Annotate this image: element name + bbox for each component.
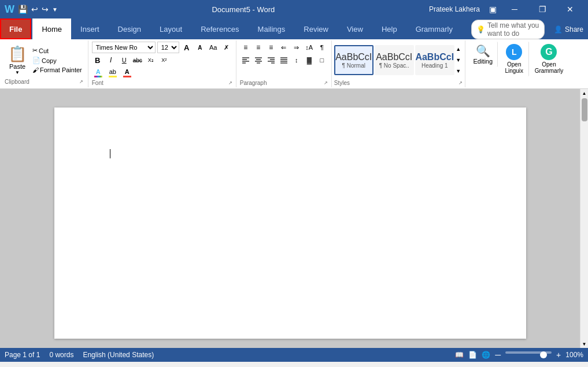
clear-formatting-button[interactable]: ✗ xyxy=(221,42,232,53)
italic-button[interactable]: I xyxy=(105,54,117,66)
align-right-button[interactable] xyxy=(265,54,277,66)
font-grow-button[interactable]: A xyxy=(181,42,193,53)
paste-button[interactable]: 📋 Paste ▼ xyxy=(5,43,30,77)
tab-view[interactable]: View xyxy=(338,18,372,39)
font-shrink-button[interactable]: A xyxy=(194,42,206,53)
scissors-icon: ✂ xyxy=(32,47,38,54)
style-no-spacing[interactable]: AaBbCcI ¶ No Spac.. xyxy=(375,45,414,75)
font-size-select[interactable]: 12 xyxy=(157,42,179,53)
grammarly-label: OpenGrammarly xyxy=(535,61,563,74)
read-mode-icon[interactable]: 📖 xyxy=(455,351,464,359)
quick-access-dropdown[interactable]: ▼ xyxy=(52,6,58,13)
bold-button[interactable]: B xyxy=(92,54,103,66)
format-painter-button[interactable]: 🖌 Format Painter xyxy=(31,66,83,74)
font-section: Times New Ro 12 A A Aa ✗ B I U abc X₂ X²… xyxy=(88,40,236,87)
extra-sections: 🔍 Editing L OpenLinguix G OpenGrammarly xyxy=(465,40,570,87)
document-page[interactable] xyxy=(54,107,526,339)
open-linguix-button[interactable]: L OpenLinguix xyxy=(500,42,529,76)
decrease-indent-button[interactable]: ⇐ xyxy=(278,42,290,53)
styles-section-label: Styles ↗ xyxy=(334,79,463,86)
style-normal-preview: AaBbCcI xyxy=(335,52,372,62)
text-cursor xyxy=(110,149,110,158)
style-normal-label: ¶ Normal xyxy=(342,62,365,69)
subscript-button[interactable]: X₂ xyxy=(145,54,157,66)
open-grammarly-button[interactable]: G OpenGrammarly xyxy=(531,42,567,76)
superscript-button[interactable]: X² xyxy=(158,54,170,66)
copy-button[interactable]: 📄 Copy xyxy=(31,56,83,65)
share-icon: 👤 xyxy=(554,25,563,34)
status-left: Page 1 of 1 0 words English (United Stat… xyxy=(5,351,154,359)
editing-button[interactable]: 🔍 Editing xyxy=(469,42,498,67)
line-spacing-button[interactable]: ↕ xyxy=(291,54,302,66)
paste-icon: 📋 xyxy=(8,45,27,63)
print-layout-icon[interactable]: 📄 xyxy=(468,351,477,359)
tab-insert[interactable]: Insert xyxy=(71,18,109,39)
web-layout-icon[interactable]: 🌐 xyxy=(482,351,490,359)
tab-file[interactable]: File xyxy=(0,18,31,39)
undo-button[interactable]: ↩ xyxy=(31,5,38,14)
scroll-down-button[interactable]: ▼ xyxy=(580,340,589,348)
styles-scroll-up[interactable]: ▲ xyxy=(454,44,463,54)
style-normal[interactable]: AaBbCcI ¶ Normal xyxy=(334,45,373,75)
tab-references[interactable]: References xyxy=(191,18,248,39)
change-case-button[interactable]: Aa xyxy=(208,42,219,53)
scrollbar-thumb[interactable] xyxy=(582,98,587,121)
zoom-in-icon[interactable]: + xyxy=(556,350,561,359)
paragraph-expand-icon[interactable]: ↗ xyxy=(324,80,328,86)
copy-label: Copy xyxy=(42,57,57,64)
text-effects-button[interactable]: A xyxy=(92,67,105,79)
copy-icon: 📄 xyxy=(32,57,40,64)
sort-button[interactable]: ↕A xyxy=(304,42,315,53)
highlight-color-button[interactable]: ab xyxy=(106,67,119,79)
font-name-select[interactable]: Times New Ro xyxy=(92,42,156,53)
shading-button[interactable]: ▓ xyxy=(304,54,315,66)
numbering-button[interactable]: ≡ xyxy=(253,42,264,53)
tell-me-input[interactable]: 💡 Tell me what you want to do xyxy=(471,20,545,39)
minimize-button[interactable]: ─ xyxy=(501,0,528,18)
underline-button[interactable]: U xyxy=(119,54,130,66)
close-button[interactable]: ✕ xyxy=(557,0,583,18)
vertical-scrollbar[interactable]: ▲ ▼ xyxy=(580,89,588,348)
align-left-button[interactable] xyxy=(240,54,252,66)
clipboard-expand-icon[interactable]: ↗ xyxy=(79,79,83,84)
share-button[interactable]: 👤 Share xyxy=(554,25,583,34)
clipboard-sub-buttons: ✂ Cut 📄 Copy 🖌 Format Painter xyxy=(31,43,83,77)
grammarly-icon: G xyxy=(541,44,557,60)
ribbon-tabs: File Home Insert Design Layout Reference… xyxy=(0,18,588,39)
borders-button[interactable]: □ xyxy=(316,54,328,66)
strikethrough-button[interactable]: abc xyxy=(132,54,143,66)
cut-button[interactable]: ✂ Cut xyxy=(31,46,83,55)
tab-help[interactable]: Help xyxy=(372,18,406,39)
font-color-button[interactable]: A xyxy=(121,67,134,79)
save-button[interactable]: 💾 xyxy=(18,5,28,14)
zoom-out-icon[interactable]: ─ xyxy=(495,350,501,359)
status-bar: Page 1 of 1 0 words English (United Stat… xyxy=(0,348,588,362)
align-center-button[interactable] xyxy=(253,54,264,66)
justify-button[interactable] xyxy=(278,54,290,66)
ribbon-display-button[interactable]: ▣ xyxy=(489,5,497,14)
show-hide-button[interactable]: ¶ xyxy=(316,42,328,53)
zoom-slider-container[interactable] xyxy=(505,351,552,358)
styles-expand-icon[interactable]: ↗ xyxy=(458,80,463,86)
tab-review[interactable]: Review xyxy=(294,18,338,39)
document-title: Document5 - Word xyxy=(58,5,429,14)
tab-layout[interactable]: Layout xyxy=(150,18,191,39)
zoom-thumb[interactable] xyxy=(540,351,547,358)
restore-button[interactable]: ❐ xyxy=(529,0,556,18)
page-info: Page 1 of 1 xyxy=(5,351,40,359)
tab-grammarly[interactable]: Grammarly xyxy=(406,18,462,39)
increase-indent-button[interactable]: ⇒ xyxy=(291,42,302,53)
styles-more[interactable]: ▼ xyxy=(454,66,463,76)
style-heading1[interactable]: AaBbCcI Heading 1 xyxy=(415,45,454,75)
scroll-up-button[interactable]: ▲ xyxy=(580,89,589,97)
tab-home[interactable]: Home xyxy=(32,18,71,39)
bullets-button[interactable]: ≡ xyxy=(240,42,252,53)
styles-scroll-down[interactable]: ▼ xyxy=(454,55,463,65)
multilevel-list-button[interactable]: ≡ xyxy=(265,42,277,53)
word-icon: W xyxy=(5,3,14,16)
format-painter-label: Format Painter xyxy=(40,66,82,73)
font-expand-icon[interactable]: ↗ xyxy=(228,80,232,86)
redo-button[interactable]: ↪ xyxy=(42,5,49,14)
tab-mailings[interactable]: Mailings xyxy=(249,18,295,39)
tab-design[interactable]: Design xyxy=(109,18,150,39)
